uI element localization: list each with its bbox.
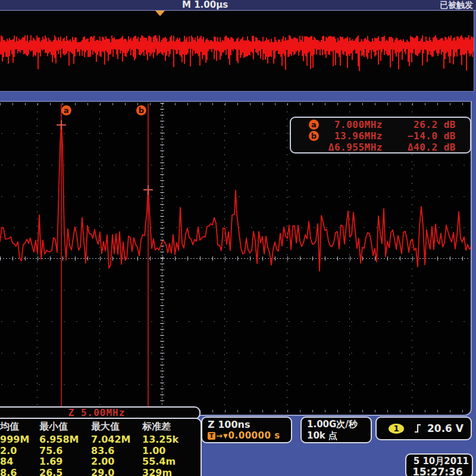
arrow-right-icon: → [216,430,223,441]
table-cell: 75.6 [39,445,91,456]
fft-graticule: a b a 7.000MHz 26.2 dB b 13.96MHz −14.0 … [0,101,472,416]
cursor-a-frequency: 7.000MHz [325,119,383,130]
trigger-offset-value: 0.00000 s [228,430,280,441]
table-cell: 83.6 [91,445,142,456]
trigger-level-value: 20.6 V [427,422,464,434]
table-cell: 2.00 [91,456,142,467]
table-cell: 84 [0,456,39,467]
measurement-table[interactable]: 均值 最小值 最大值 标准差 999M 6.958M 7.042M 13.25k… [0,418,202,476]
delta-frequency: Δ6.955MHz [325,142,383,153]
col-header-mean: 均值 [0,421,39,434]
cursor-a-level: 26.2 dB [383,119,456,130]
table-cell: 6.958M [39,434,91,445]
cursor-b-bubble[interactable]: b [136,105,146,115]
date-value: 5 10月2011 [406,456,469,466]
table-cell: 1.69 [39,456,91,467]
table-cell: 8.6 [0,467,39,476]
cursor-b-level: −14.0 dB [383,130,456,142]
time-domain-trace [0,11,474,91]
table-cell: 7.042M [91,434,142,445]
record-length: 10k 点 [307,430,371,441]
zoom-timebase-label: Z 100ns [208,419,291,430]
trigger-t-icon: T [208,432,215,440]
oscilloscope-screen: { "top_bar": { "timebase": "M 1.00μs", "… [0,0,476,476]
horizontal-scale-badge[interactable]: Z 100ns T → ▼ 0.00000 s [201,416,292,443]
waveform-window [0,11,474,92]
datetime-badge[interactable]: 5 10月2011 15:27:36 [405,453,473,476]
table-cell: 55.4m [142,456,196,467]
channel-1-badge[interactable]: 1 [389,424,404,434]
cursor-readout-box[interactable]: a 7.000MHz 26.2 dB b 13.96MHz −14.0 dB Δ… [290,117,471,154]
delta-level: Δ40.2 dB [383,142,456,153]
cursor-a-bubble[interactable]: a [61,105,71,115]
trigger-position-icon[interactable] [155,11,165,16]
table-cell: 999M [0,434,39,445]
col-header-max: 最大值 [91,421,142,434]
triangle-down-icon: ▼ [223,430,228,441]
table-cell: 329m [142,467,196,476]
cursor-a-badge: a [309,120,319,130]
table-cell: 29.0 [91,467,142,476]
cursor-b-badge: b [309,131,319,141]
col-header-min: 最小值 [39,421,91,434]
top-status-bar: M 1.00μs 已被触发 [0,0,476,11]
trigger-status: 已被触发 [440,0,473,10]
table-cell: 13.25k [142,434,196,445]
timebase-badge[interactable]: M 1.00μs [182,0,228,10]
trigger-badge[interactable]: 1 20.6 V [375,416,472,440]
time-value: 15:27:36 [406,466,469,476]
col-header-stddev: 标准差 [142,421,196,434]
acquisition-badge[interactable]: 1.00G次/秒 10k 点 [300,416,372,443]
table-cell: 2.0 [0,445,39,456]
rising-edge-icon [414,424,422,433]
sample-rate: 1.00G次/秒 [307,419,371,430]
cursor-b-frequency: 13.96MHz [325,130,383,142]
fft-scale-label: Z 5.00MHz [68,407,126,418]
table-cell: 26.5 [39,467,91,476]
table-cell: 1.00 [142,445,196,456]
